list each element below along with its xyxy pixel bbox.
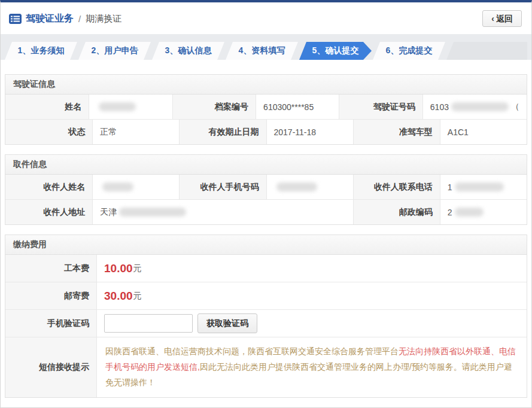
license-grid: 姓名档案编号610300****85驾驶证号码6103（状态正常有效期止日期20…: [5, 95, 527, 144]
page-title: 驾驶证业务: [26, 13, 74, 25]
step-1[interactable]: 1、业务须知: [5, 42, 77, 60]
fee-row-postage: 邮寄费 30.00元: [5, 282, 527, 309]
step-label: 3、确认信息: [165, 45, 212, 56]
field-value: 正常: [92, 120, 179, 144]
step-4[interactable]: 4、资料填写: [226, 42, 298, 60]
step-label: 6、完成提交: [386, 45, 433, 56]
menu-list-icon: [9, 14, 22, 24]
sms-code-row: 手机验证码 获取验证码: [5, 309, 527, 337]
header: 驾驶证业务 / 期满换证 ‹返回: [1, 2, 531, 34]
section-fees-title: 缴纳费用: [5, 235, 527, 255]
field-label: 收件人地址: [5, 200, 92, 224]
field-label: 收件人联系电话: [353, 175, 440, 199]
field-value: A1C1: [440, 120, 527, 144]
field-value: 610300****85: [256, 95, 339, 119]
sms-code-label: 手机验证码: [5, 310, 96, 337]
back-button-label: 返回: [496, 14, 513, 23]
table-row: 姓名档案编号610300****85驾驶证号码6103（: [5, 95, 527, 119]
breadcrumb: 驾驶证业务 / 期满换证: [9, 13, 121, 25]
section-license-title: 驾驶证信息: [5, 75, 527, 95]
breadcrumb-separator: /: [78, 14, 81, 24]
field-value: 2017-11-18: [266, 120, 353, 144]
sms-note-label: 短信接收提示: [5, 337, 96, 397]
step-2[interactable]: 2、用户申告: [78, 42, 151, 60]
redacted-value: [451, 102, 509, 111]
redacted-value: [455, 182, 504, 191]
field-label: 档案编号: [172, 95, 256, 119]
sms-note-row: 短信接收提示 因陕西省联通、电信运营商技术问题，陕西省互联网交通安全综合服务管理…: [5, 337, 527, 397]
fee-label: 工本费: [5, 255, 96, 282]
fee-unit: 元: [133, 291, 142, 302]
wizard-filler: [446, 42, 527, 60]
step-label: 4、资料填写: [239, 45, 285, 56]
redacted-value: [119, 208, 186, 217]
fee-value: 30.00元: [96, 282, 527, 309]
step-3[interactable]: 3、确认信息: [152, 42, 224, 60]
back-button[interactable]: ‹返回: [482, 10, 522, 27]
redacted-value: [99, 102, 136, 111]
redacted-value: [455, 208, 484, 217]
field-value: [92, 175, 179, 199]
field-value: [89, 95, 172, 119]
wizard-zone: 1、业务须知2、用户申告3、确认信息4、资料填写5、确认提交6、完成提交: [1, 34, 531, 60]
fee-row-production: 工本费 10.00元: [5, 255, 527, 282]
fee-amount: 30.00: [104, 290, 133, 303]
sms-note-part: 因陕西省联通、电信运营商技术问题，陕西省互联网交通安全综合服务管理平台: [105, 346, 399, 356]
redacted-value: [102, 182, 133, 191]
fee-value: 10.00元: [96, 255, 527, 282]
table-row: 状态正常有效期止日期2017-11-18准驾车型A1C1: [5, 119, 527, 144]
sms-note-text: 因陕西省联通、电信运营商技术问题，陕西省互联网交通安全综合服务管理平台无法向持陕…: [96, 337, 527, 397]
table-row: 收件人姓名收件人手机号码收件人联系电话1: [5, 175, 527, 199]
fee-label: 邮寄费: [5, 282, 96, 309]
field-value: 1: [440, 175, 527, 199]
section-fees: 缴纳费用 工本费 10.00元 邮寄费 30.00元 手机验证码 获取验证码 短…: [5, 235, 527, 398]
field-label: 驾驶证号码: [339, 95, 422, 119]
section-pickup: 取件信息 收件人姓名收件人手机号码收件人联系电话1收件人地址天津邮政编码2: [5, 154, 527, 225]
field-label: 有效期止日期: [179, 120, 266, 144]
field-value: [266, 175, 353, 199]
step-label: 2、用户申告: [92, 45, 138, 56]
footer-actions: 上一步 完成: [1, 398, 531, 408]
back-chevron-icon: ‹: [491, 14, 494, 23]
sms-code-field: 获取验证码: [96, 310, 527, 337]
fee-unit: 元: [133, 263, 142, 274]
page: 驾驶证业务 / 期满换证 ‹返回 1、业务须知2、用户申告3、确认信息4、资料填…: [0, 0, 532, 408]
field-label: 邮政编码: [353, 200, 440, 224]
step-6[interactable]: 6、完成提交: [373, 42, 445, 60]
table-row: 收件人地址天津邮政编码2: [5, 199, 527, 224]
field-label: 收件人姓名: [5, 175, 92, 199]
field-value: 天津: [92, 200, 353, 224]
fee-amount: 10.00: [104, 262, 133, 275]
redacted-value: [276, 182, 317, 191]
field-label: 状态: [5, 120, 92, 144]
field-value: 6103（: [422, 95, 527, 119]
sms-code-input[interactable]: [104, 314, 193, 333]
step-5[interactable]: 5、确认提交: [299, 42, 372, 60]
step-wizard: 1、业务须知2、用户申告3、确认信息4、资料填写5、确认提交6、完成提交: [5, 42, 527, 60]
section-pickup-title: 取件信息: [5, 155, 527, 175]
get-code-button[interactable]: 获取验证码: [197, 313, 257, 333]
page-subtitle: 期满换证: [86, 13, 121, 25]
field-label: 收件人手机号码: [179, 175, 266, 199]
field-value: 2: [440, 200, 527, 224]
step-label: 1、业务须知: [18, 45, 65, 56]
field-label: 姓名: [5, 95, 89, 119]
section-license: 驾驶证信息 姓名档案编号610300****85驾驶证号码6103（状态正常有效…: [5, 74, 527, 145]
pickup-grid: 收件人姓名收件人手机号码收件人联系电话1收件人地址天津邮政编码2: [5, 175, 527, 224]
step-label: 5、确认提交: [312, 45, 359, 56]
field-label: 准驾车型: [353, 120, 440, 144]
